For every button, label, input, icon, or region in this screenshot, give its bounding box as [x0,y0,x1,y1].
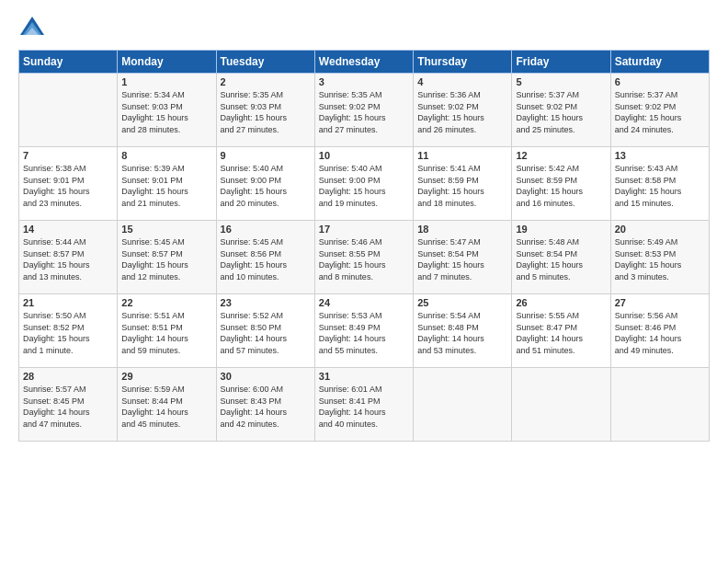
week-row-0: 1Sunrise: 5:34 AM Sunset: 9:03 PM Daylig… [19,74,710,147]
day-number: 24 [319,297,409,308]
header [18,15,710,42]
calendar-cell: 29Sunrise: 5:59 AM Sunset: 8:44 PM Dayli… [118,368,216,442]
day-number: 31 [319,371,409,382]
cell-info: Sunrise: 5:49 AM Sunset: 8:53 PM Dayligh… [615,236,705,282]
calendar-cell: 9Sunrise: 5:40 AM Sunset: 9:00 PM Daylig… [216,147,314,221]
calendar-cell: 12Sunrise: 5:42 AM Sunset: 8:59 PM Dayli… [512,147,610,221]
calendar-cell: 5Sunrise: 5:37 AM Sunset: 9:02 PM Daylig… [512,74,610,147]
calendar-cell: 25Sunrise: 5:54 AM Sunset: 8:48 PM Dayli… [414,294,512,368]
calendar-cell: 13Sunrise: 5:43 AM Sunset: 8:58 PM Dayli… [610,147,709,221]
day-number: 16 [221,224,311,235]
cell-info: Sunrise: 5:53 AM Sunset: 8:49 PM Dayligh… [319,310,409,356]
day-number: 9 [221,150,311,161]
day-number: 15 [121,224,211,235]
cell-info: Sunrise: 5:50 AM Sunset: 8:52 PM Dayligh… [23,310,113,356]
cell-info: Sunrise: 5:51 AM Sunset: 8:51 PM Dayligh… [121,310,211,356]
calendar-cell: 3Sunrise: 5:35 AM Sunset: 9:02 PM Daylig… [314,74,413,147]
day-number: 27 [615,297,705,308]
cell-info: Sunrise: 5:44 AM Sunset: 8:57 PM Dayligh… [23,236,113,282]
weekday-header-saturday: Saturday [610,51,709,74]
week-row-3: 21Sunrise: 5:50 AM Sunset: 8:52 PM Dayli… [19,294,710,368]
cell-info: Sunrise: 5:48 AM Sunset: 8:54 PM Dayligh… [516,236,606,282]
calendar-cell: 2Sunrise: 5:35 AM Sunset: 9:03 PM Daylig… [216,74,314,147]
calendar-cell: 27Sunrise: 5:56 AM Sunset: 8:46 PM Dayli… [610,294,709,368]
day-number: 25 [417,297,507,308]
cell-info: Sunrise: 5:57 AM Sunset: 8:45 PM Dayligh… [23,384,113,430]
day-number: 17 [319,224,409,235]
day-number: 14 [23,224,113,235]
calendar-cell [610,368,709,442]
day-number: 1 [121,76,211,87]
cell-info: Sunrise: 5:41 AM Sunset: 8:59 PM Dayligh… [417,163,507,209]
calendar-cell: 10Sunrise: 5:40 AM Sunset: 9:00 PM Dayli… [314,147,413,221]
calendar-cell: 19Sunrise: 5:48 AM Sunset: 8:54 PM Dayli… [512,221,610,294]
cell-info: Sunrise: 5:36 AM Sunset: 9:02 PM Dayligh… [417,89,507,135]
day-number: 7 [23,150,113,161]
day-number: 26 [516,297,606,308]
cell-info: Sunrise: 5:38 AM Sunset: 9:01 PM Dayligh… [23,163,113,209]
cell-info: Sunrise: 6:00 AM Sunset: 8:43 PM Dayligh… [221,384,311,430]
calendar-cell: 8Sunrise: 5:39 AM Sunset: 9:01 PM Daylig… [118,147,216,221]
day-number: 22 [121,297,211,308]
weekday-header-wednesday: Wednesday [314,51,413,74]
day-number: 28 [23,371,113,382]
calendar-cell: 24Sunrise: 5:53 AM Sunset: 8:49 PM Dayli… [314,294,413,368]
calendar-cell: 1Sunrise: 5:34 AM Sunset: 9:03 PM Daylig… [118,74,216,147]
calendar-cell: 11Sunrise: 5:41 AM Sunset: 8:59 PM Dayli… [414,147,512,221]
day-number: 8 [121,150,211,161]
cell-info: Sunrise: 5:46 AM Sunset: 8:55 PM Dayligh… [319,236,409,282]
logo-icon [18,15,46,42]
cell-info: Sunrise: 5:35 AM Sunset: 9:02 PM Dayligh… [319,89,409,135]
day-number: 2 [221,76,311,87]
calendar: SundayMondayTuesdayWednesdayThursdayFrid… [18,50,710,442]
day-number: 23 [221,297,311,308]
weekday-header-sunday: Sunday [19,51,118,74]
calendar-cell: 30Sunrise: 6:00 AM Sunset: 8:43 PM Dayli… [216,368,314,442]
calendar-cell [19,74,118,147]
weekday-header-row: SundayMondayTuesdayWednesdayThursdayFrid… [19,51,710,74]
day-number: 6 [615,76,705,87]
cell-info: Sunrise: 5:45 AM Sunset: 8:56 PM Dayligh… [221,236,311,282]
cell-info: Sunrise: 5:45 AM Sunset: 8:57 PM Dayligh… [121,236,211,282]
day-number: 3 [319,76,409,87]
cell-info: Sunrise: 5:52 AM Sunset: 8:50 PM Dayligh… [221,310,311,356]
week-row-2: 14Sunrise: 5:44 AM Sunset: 8:57 PM Dayli… [19,221,710,294]
cell-info: Sunrise: 5:37 AM Sunset: 9:02 PM Dayligh… [615,89,705,135]
weekday-header-tuesday: Tuesday [216,51,314,74]
weekday-header-friday: Friday [512,51,610,74]
calendar-cell: 20Sunrise: 5:49 AM Sunset: 8:53 PM Dayli… [610,221,709,294]
day-number: 30 [221,371,311,382]
calendar-cell: 4Sunrise: 5:36 AM Sunset: 9:02 PM Daylig… [414,74,512,147]
day-number: 20 [615,224,705,235]
day-number: 21 [23,297,113,308]
day-number: 19 [516,224,606,235]
cell-info: Sunrise: 5:40 AM Sunset: 9:00 PM Dayligh… [221,163,311,209]
calendar-cell: 6Sunrise: 5:37 AM Sunset: 9:02 PM Daylig… [610,74,709,147]
calendar-cell: 31Sunrise: 6:01 AM Sunset: 8:41 PM Dayli… [314,368,413,442]
calendar-cell: 23Sunrise: 5:52 AM Sunset: 8:50 PM Dayli… [216,294,314,368]
week-row-1: 7Sunrise: 5:38 AM Sunset: 9:01 PM Daylig… [19,147,710,221]
day-number: 18 [417,224,507,235]
calendar-cell: 21Sunrise: 5:50 AM Sunset: 8:52 PM Dayli… [19,294,118,368]
day-number: 10 [319,150,409,161]
weekday-header-monday: Monday [118,51,216,74]
page: SundayMondayTuesdayWednesdayThursdayFrid… [0,0,728,563]
calendar-cell: 14Sunrise: 5:44 AM Sunset: 8:57 PM Dayli… [19,221,118,294]
day-number: 4 [417,76,507,87]
cell-info: Sunrise: 5:42 AM Sunset: 8:59 PM Dayligh… [516,163,606,209]
day-number: 29 [121,371,211,382]
calendar-cell: 28Sunrise: 5:57 AM Sunset: 8:45 PM Dayli… [19,368,118,442]
cell-info: Sunrise: 5:54 AM Sunset: 8:48 PM Dayligh… [417,310,507,356]
cell-info: Sunrise: 5:59 AM Sunset: 8:44 PM Dayligh… [121,384,211,430]
cell-info: Sunrise: 5:43 AM Sunset: 8:58 PM Dayligh… [615,163,705,209]
cell-info: Sunrise: 6:01 AM Sunset: 8:41 PM Dayligh… [319,384,409,430]
day-number: 12 [516,150,606,161]
cell-info: Sunrise: 5:35 AM Sunset: 9:03 PM Dayligh… [221,89,311,135]
day-number: 13 [615,150,705,161]
weekday-header-thursday: Thursday [414,51,512,74]
week-row-4: 28Sunrise: 5:57 AM Sunset: 8:45 PM Dayli… [19,368,710,442]
cell-info: Sunrise: 5:47 AM Sunset: 8:54 PM Dayligh… [417,236,507,282]
cell-info: Sunrise: 5:40 AM Sunset: 9:00 PM Dayligh… [319,163,409,209]
calendar-cell [512,368,610,442]
cell-info: Sunrise: 5:55 AM Sunset: 8:47 PM Dayligh… [516,310,606,356]
